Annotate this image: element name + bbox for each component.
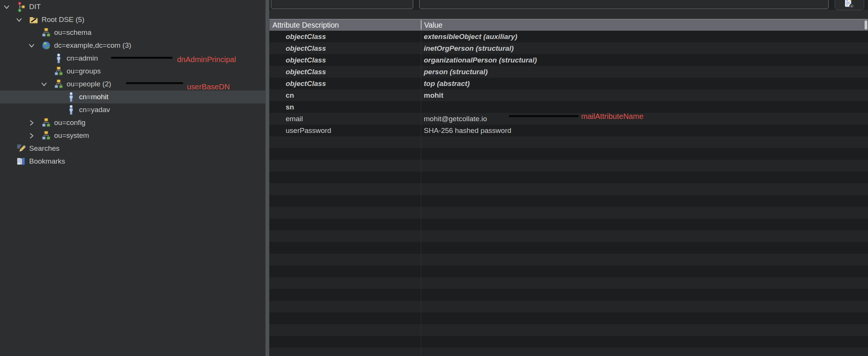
column-header-value[interactable]: Value	[421, 21, 442, 30]
tree-item-cn-mohit[interactable]: cn=mohit	[0, 91, 265, 103]
annotation-label-mail-attribute-name: mailAttributeName	[581, 112, 644, 121]
attribute-value-cell: mohit@getcollate.io	[421, 115, 487, 123]
dit-icon	[17, 2, 26, 12]
tree-item-dc-example-dc-com-3[interactable]: dc=example,dc=com (3)	[0, 39, 265, 52]
org-unit-icon	[42, 27, 51, 38]
attribute-name-cell: objectClass	[269, 68, 421, 76]
quick-filter-attribute-input[interactable]	[271, 0, 413, 9]
org-unit-icon	[42, 117, 51, 128]
table-row-objectclass-1[interactable]: objectClassinetOrgPerson (structural)	[269, 42, 868, 54]
ldap-browser-window: DITRoot DSE (5)ou=schemadc=example,dc=co…	[0, 0, 868, 356]
attribute-name-cell: sn	[269, 103, 421, 111]
entry-editor-settings-button[interactable]	[835, 0, 864, 10]
tree-item-root-dse-5[interactable]: Root DSE (5)	[0, 13, 265, 26]
table-row-cn-5[interactable]: cnmohit	[269, 89, 868, 101]
attribute-name-cell: objectClass	[269, 33, 421, 41]
tree-item-bookmarks[interactable]: Bookmarks	[0, 155, 265, 168]
tree-item-searches[interactable]: Searches	[0, 142, 265, 155]
attribute-name-cell: objectClass	[269, 44, 421, 53]
person-icon	[67, 105, 76, 115]
tree-item-label: ou=people (2)	[67, 80, 111, 88]
tree-item-ou-schema[interactable]: ou=schema	[0, 26, 265, 39]
tree-item-label: cn=yadav	[79, 106, 110, 114]
attribute-value-cell: top (abstract)	[421, 80, 470, 88]
tree-item-label: ou=groups	[67, 67, 101, 75]
domain-icon	[42, 40, 51, 51]
tree-item-label: dc=example,dc=com (3)	[54, 41, 131, 50]
org-unit-icon	[42, 130, 51, 141]
table-row-sn-6[interactable]: sn	[269, 101, 868, 113]
annotation-label-dn-admin-principal: dnAdminPrincipal	[177, 55, 236, 64]
column-divider	[421, 31, 421, 356]
tree-item-label: Root DSE (5)	[42, 16, 84, 24]
chevron-down-icon[interactable]	[28, 43, 42, 48]
attribute-name-cell: objectClass	[269, 80, 421, 88]
person-icon	[54, 53, 63, 64]
chevron-down-icon[interactable]	[40, 81, 54, 87]
chevron-down-icon[interactable]	[16, 17, 29, 23]
attribute-table-header: Attribute Description Value	[269, 19, 868, 31]
tree-item-label: cn=admin	[67, 54, 98, 62]
attribute-value-cell: person (structural)	[421, 68, 488, 76]
attribute-value-cell: mohit	[421, 91, 443, 100]
org-unit-icon	[54, 79, 63, 89]
annotation-line-user-base-dn	[126, 82, 183, 84]
attribute-value-cell: inetOrgPerson (structural)	[421, 44, 514, 53]
attribute-name-cell: email	[269, 115, 421, 123]
annotation-line-mail-attribute-name	[509, 115, 579, 117]
panel-splitter[interactable]	[265, 0, 269, 356]
tree-item-label: ou=config	[54, 119, 86, 127]
attribute-value-cell: organizationalPerson (structural)	[421, 56, 537, 64]
table-row-objectclass-3[interactable]: objectClassperson (structural)	[269, 66, 868, 78]
bookmarks-icon	[17, 156, 26, 167]
attribute-value-cell: extensibleObject (auxiliary)	[421, 33, 517, 41]
tree-item-label: DIT	[29, 3, 41, 11]
attribute-table-body: objectClassextensibleObject (auxiliary)o…	[269, 31, 868, 356]
column-resize-handle[interactable]	[421, 20, 422, 30]
table-row-objectclass-0[interactable]: objectClassextensibleObject (auxiliary)	[269, 31, 868, 42]
table-row-objectclass-2[interactable]: objectClassorganizationalPerson (structu…	[269, 54, 868, 66]
tree-item-ou-system[interactable]: ou=system	[0, 129, 265, 142]
attribute-name-cell: userPassword	[269, 126, 421, 135]
tree-item-ou-groups[interactable]: ou=groups	[0, 65, 265, 78]
annotation-label-user-base-dn: userBaseDN	[187, 83, 230, 91]
chevron-right-icon[interactable]	[28, 133, 42, 139]
attribute-name-cell: cn	[269, 91, 421, 100]
tree-item-ou-config[interactable]: ou=config	[0, 116, 265, 129]
searches-icon	[17, 143, 26, 154]
annotation-line-dn-admin-principal	[111, 57, 173, 59]
tree-item-label: ou=schema	[54, 28, 92, 37]
tree-item-label: cn=mohit	[79, 93, 109, 101]
document-gear-icon	[844, 0, 855, 9]
org-unit-icon	[54, 66, 63, 77]
person-icon	[67, 92, 76, 102]
tree-item-label: Bookmarks	[29, 157, 65, 166]
root-dse-icon	[29, 14, 38, 25]
column-header-attribute-description[interactable]: Attribute Description	[269, 21, 421, 30]
directory-tree: DITRoot DSE (5)ou=schemadc=example,dc=co…	[0, 0, 265, 356]
table-row-userpassword-8[interactable]: userPasswordSHA-256 hashed password	[269, 125, 868, 136]
attribute-value-cell: SHA-256 hashed password	[421, 126, 511, 135]
table-row-email-7[interactable]: emailmohit@getcollate.io	[269, 113, 868, 125]
vertical-scrollbar-thumb[interactable]	[865, 20, 867, 30]
tree-item-label: Searches	[29, 144, 59, 153]
tree-item-cn-yadav[interactable]: cn=yadav	[0, 103, 265, 116]
attribute-name-cell: objectClass	[269, 56, 421, 64]
chevron-right-icon[interactable]	[28, 120, 42, 126]
table-row-objectclass-4[interactable]: objectClasstop (abstract)	[269, 78, 868, 89]
tree-item-dit[interactable]: DIT	[0, 0, 265, 13]
tree-item-label: ou=system	[54, 131, 89, 140]
chevron-down-icon[interactable]	[3, 4, 17, 10]
quick-filter-value-input[interactable]	[419, 0, 829, 9]
